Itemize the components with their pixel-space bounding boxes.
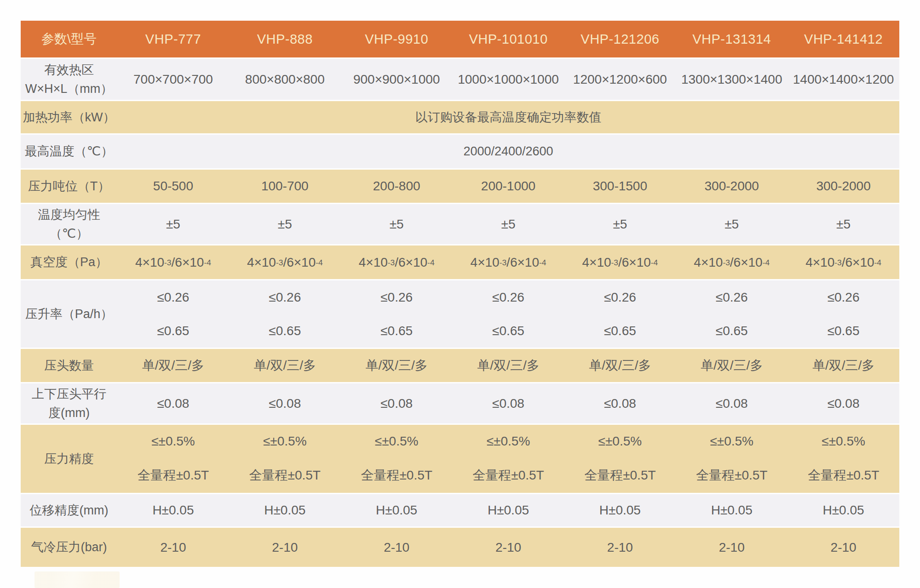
spec-value-cell: H±0.05	[341, 494, 453, 526]
spec-value-cell: ≤0.26	[676, 290, 788, 305]
stacked-line: ≤0.65≤0.65≤0.65≤0.65≤0.65≤0.65≤0.65	[117, 324, 899, 338]
header-cell-model: VHP-101010	[453, 21, 564, 57]
row-values: 50-500100-700200-800200-1000300-1500300-…	[117, 170, 899, 203]
spec-value-cell: ±5	[788, 204, 899, 244]
table-row: 压头数量单/双/三/多单/双/三/多单/双/三/多单/双/三/多单/双/三/多单…	[21, 349, 899, 382]
table-row: 加热功率（kW）以订购设备最高温度确定功率数值	[21, 101, 899, 133]
stacked-line: ≤0.26≤0.26≤0.26≤0.26≤0.26≤0.26≤0.26	[117, 290, 899, 305]
table-row: 压力精度≤±0.5%≤±0.5%≤±0.5%≤±0.5%≤±0.5%≤±0.5%…	[21, 425, 899, 493]
row-values: 2-102-102-102-102-102-102-10	[117, 528, 899, 567]
row-label-line: 温度均匀性	[38, 206, 100, 224]
spec-value-cell: 2-10	[676, 528, 788, 567]
table-row: 温度均匀性（℃）±5±5±5±5±5±5±5	[21, 204, 899, 244]
spec-value-cell: ±5	[229, 204, 341, 244]
row-label-line: 上下压头平行	[32, 385, 106, 404]
spec-value-cell: ≤±0.5%	[341, 434, 453, 449]
row-label-line: 度(mm)	[48, 404, 90, 422]
stacked-line: ≤±0.5%≤±0.5%≤±0.5%≤±0.5%≤±0.5%≤±0.5%≤±0.…	[117, 434, 899, 449]
row-values: 700×700×700800×800×800900×900×10001000×1…	[117, 59, 899, 100]
spec-value-cell: ≤±0.5%	[453, 434, 564, 449]
spec-value-cell: ≤0.26	[341, 290, 453, 305]
row-stacked-values: ≤0.26≤0.26≤0.26≤0.26≤0.26≤0.26≤0.26≤0.65…	[117, 280, 899, 348]
row-label: 有效热区W×H×L（mm）	[21, 59, 117, 100]
spec-value-cell: ≤0.08	[564, 383, 676, 423]
faint-watermark	[34, 571, 120, 588]
spec-value-cell: ±5	[564, 204, 676, 244]
row-label-line: 压升率（Pa/h）	[25, 305, 113, 324]
spec-value-cell: ±5	[341, 204, 453, 244]
spec-value-cell: ≤0.26	[788, 290, 899, 305]
row-label: 位移精度(mm)	[21, 494, 117, 526]
table-row: 有效热区W×H×L（mm）700×700×700800×800×800900×9…	[21, 59, 899, 100]
spec-value-cell: 2-10	[564, 528, 676, 567]
row-label-line: 位移精度(mm)	[30, 501, 109, 520]
spec-value-cell: ≤0.65	[117, 324, 229, 338]
row-label-line: 最高温度（℃）	[25, 142, 113, 161]
spec-value-cell: 全量程±0.5T	[117, 467, 229, 484]
spec-value-cell: ≤0.65	[453, 324, 564, 338]
spec-value-cell: 4×10-3/6×10-4	[117, 245, 229, 279]
spec-value-cell: 全量程±0.5T	[229, 467, 341, 484]
spec-value-cell: ±5	[117, 204, 229, 244]
spec-value-cell: ≤0.65	[341, 324, 453, 338]
table-row: 位移精度(mm)H±0.05H±0.05H±0.05H±0.05H±0.05H±…	[21, 494, 899, 526]
row-label-line: 压头数量	[44, 356, 94, 375]
row-label-line: 压力吨位（T）	[28, 177, 110, 196]
spec-value-cell: ≤0.26	[117, 290, 229, 305]
header-cell-model: VHP-777	[117, 21, 229, 57]
spec-value-cell: ≤0.08	[788, 383, 899, 423]
header-cell-model: VHP-9910	[341, 21, 453, 57]
spec-value-cell: 单/双/三/多	[564, 349, 676, 382]
spec-value-cell: 300-1500	[564, 170, 676, 203]
spec-value-cell: 2-10	[453, 528, 564, 567]
spec-value-cell: 全量程±0.5T	[788, 467, 899, 484]
spec-value-cell: ≤0.65	[564, 324, 676, 338]
spec-value-cell: ≤0.65	[229, 324, 341, 338]
spec-value-cell: 4×10-3/6×10-4	[453, 245, 564, 279]
row-values: 4×10-3/6×10-44×10-3/6×10-44×10-3/6×10-44…	[117, 245, 899, 279]
row-label-line: 有效热区	[44, 61, 94, 80]
spec-value-cell: H±0.05	[117, 494, 229, 526]
spec-value-cell: ≤0.08	[676, 383, 788, 423]
spec-value-cell: 800×800×800	[229, 59, 341, 100]
spec-value-cell: 300-2000	[676, 170, 788, 203]
table-row: 真空度（Pa）4×10-3/6×10-44×10-3/6×10-44×10-3/…	[21, 245, 899, 279]
spec-value-cell: 2-10	[229, 528, 341, 567]
spec-span-value: 2000/2400/2600	[117, 135, 899, 168]
spec-value-cell: 1000×1000×1000	[453, 59, 564, 100]
spec-value-cell: 全量程±0.5T	[676, 467, 788, 484]
row-label: 加热功率（kW）	[21, 101, 117, 133]
spec-table: 参数\型号VHP-777VHP-888VHP-9910VHP-101010VHP…	[21, 21, 899, 567]
row-label: 上下压头平行度(mm)	[21, 383, 117, 423]
spec-value-cell: 全量程±0.5T	[564, 467, 676, 484]
spec-value-cell: 700×700×700	[117, 59, 229, 100]
spec-value-cell: 1200×1200×600	[564, 59, 676, 100]
spec-value-cell: ≤0.65	[676, 324, 788, 338]
spec-value-cell: 全量程±0.5T	[341, 467, 453, 484]
spec-value-cell: 单/双/三/多	[676, 349, 788, 382]
row-label: 压头数量	[21, 349, 117, 382]
header-cell-model: VHP-121206	[564, 21, 676, 57]
spec-value-cell: 单/双/三/多	[788, 349, 899, 382]
table-row: 最高温度（℃）2000/2400/2600	[21, 135, 899, 168]
spec-value-cell: ≤±0.5%	[676, 434, 788, 449]
spec-value-cell: 100-700	[229, 170, 341, 203]
spec-value-cell: ±5	[676, 204, 788, 244]
table-row: 压力吨位（T）50-500100-700200-800200-1000300-1…	[21, 170, 899, 203]
spec-value-cell: 200-800	[341, 170, 453, 203]
table-header-row: 参数\型号VHP-777VHP-888VHP-9910VHP-101010VHP…	[21, 21, 899, 57]
spec-value-cell: 单/双/三/多	[117, 349, 229, 382]
spec-value-cell: 4×10-3/6×10-4	[229, 245, 341, 279]
row-label-line: 压力精度	[44, 450, 94, 468]
stacked-line: 全量程±0.5T全量程±0.5T全量程±0.5T全量程±0.5T全量程±0.5T…	[117, 467, 899, 484]
spec-value-cell: H±0.05	[229, 494, 341, 526]
header-cell-model: VHP-888	[229, 21, 341, 57]
row-label: 压力精度	[21, 425, 117, 493]
row-label-line: （℃）	[50, 224, 88, 243]
row-label-line: W×H×L（mm）	[25, 80, 113, 98]
row-label: 真空度（Pa）	[21, 245, 117, 279]
row-label: 压力吨位（T）	[21, 170, 117, 203]
spec-value-cell: 1400×1400×1200	[788, 59, 899, 100]
spec-value-cell: ≤0.26	[229, 290, 341, 305]
row-label-line: 真空度（Pa）	[30, 253, 108, 272]
